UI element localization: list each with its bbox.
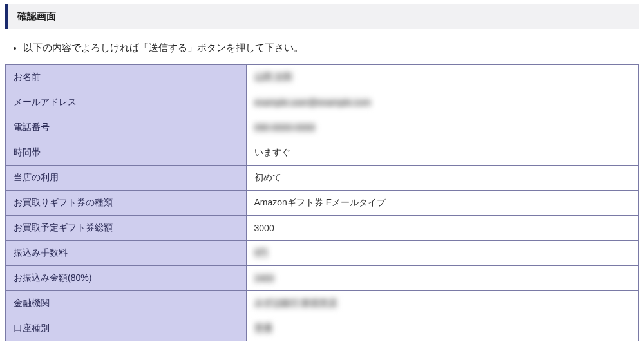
table-row: 当店の利用初めて [6,166,639,191]
row-value: 山田 太郎 [246,65,638,90]
table-row: お振込み金額(80%)2400 [6,266,639,291]
row-label: 時間帯 [6,140,247,166]
table-row: 振込み手数料0円 [6,241,639,266]
table-row: お名前山田 太郎 [6,65,639,90]
redacted-value: 0円 [254,247,269,259]
row-value: example.user@example.com [246,90,638,115]
row-label: お名前 [6,65,247,90]
row-value: 普通 [246,316,638,341]
redacted-value: 山田 太郎 [254,71,293,83]
table-row: 時間帯いますぐ [6,140,639,166]
instruction-list: 以下の内容でよろしければ「送信する」ボタンを押して下さい。 [23,41,639,55]
row-label: メールアドレス [6,90,247,115]
row-label: 電話番号 [6,115,247,140]
row-label: 口座種別 [6,316,247,341]
page-title: 確認画面 [17,10,630,23]
row-value: Amazonギフト券 Eメールタイプ [246,191,638,216]
value-text: いますぐ [254,147,290,157]
row-value: 初めて [246,166,638,191]
table-row: お買取予定ギフト券総額3000 [6,216,639,241]
page-title-bar: 確認画面 [5,4,639,29]
row-label: お買取りギフト券の種類 [6,191,247,216]
row-value: みずほ銀行 新宿支店 [246,291,638,316]
table-row: メールアドレスexample.user@example.com [6,90,639,115]
row-label: お買取予定ギフト券総額 [6,216,247,241]
row-label: お振込み金額(80%) [6,266,247,291]
table-row: お買取りギフト券の種類Amazonギフト券 Eメールタイプ [6,191,639,216]
value-text: Amazonギフト券 Eメールタイプ [254,197,386,207]
table-row: 金融機関みずほ銀行 新宿支店 [6,291,639,316]
row-label: 当店の利用 [6,166,247,191]
table-row: 電話番号090-0000-0000 [6,115,639,140]
confirmation-table: お名前山田 太郎メールアドレスexample.user@example.com電… [5,64,639,341]
row-value: 3000 [246,216,638,241]
redacted-value: みずほ銀行 新宿支店 [254,298,338,309]
row-value: 0円 [246,241,638,266]
value-text: 3000 [254,223,274,233]
table-row: 口座種別普通 [6,316,639,341]
redacted-value: 普通 [254,323,272,334]
redacted-value: 2400 [254,273,274,283]
row-value: 090-0000-0000 [246,115,638,140]
row-label: 金融機関 [6,291,247,316]
instruction-text: 以下の内容でよろしければ「送信する」ボタンを押して下さい。 [23,41,639,55]
value-text: 初めて [254,172,281,182]
row-value: 2400 [246,266,638,291]
row-value: いますぐ [246,140,638,166]
row-label: 振込み手数料 [6,241,247,266]
redacted-value: example.user@example.com [254,97,372,108]
redacted-value: 090-0000-0000 [254,122,316,133]
